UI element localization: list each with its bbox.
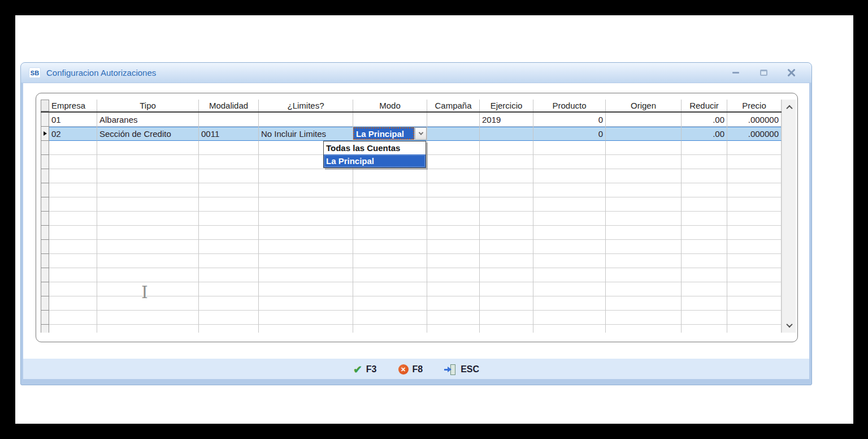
empty-cell[interactable] (97, 282, 199, 296)
empty-cell[interactable] (49, 197, 97, 212)
close-button[interactable] (787, 68, 796, 78)
empty-cell[interactable] (49, 212, 97, 226)
empty-cell[interactable] (480, 268, 533, 282)
empty-cell[interactable] (97, 155, 199, 169)
cell-empresa[interactable]: 02 (49, 127, 97, 141)
row-header-cell[interactable] (41, 296, 49, 311)
empty-cell[interactable] (259, 282, 353, 296)
empty-cell[interactable] (727, 212, 782, 226)
row-header-cell[interactable] (41, 155, 49, 169)
empty-cell[interactable] (353, 254, 427, 268)
empty-cell[interactable] (606, 197, 682, 212)
cell-tipo[interactable]: Sección de Credito (97, 127, 199, 141)
esc-exit-button[interactable]: ESC (444, 364, 479, 375)
empty-cell[interactable] (606, 169, 682, 183)
cell-precio[interactable]: .000000 (727, 113, 782, 127)
combobox-dropdown-button[interactable] (415, 127, 427, 140)
empty-row[interactable] (41, 254, 782, 268)
empty-cell[interactable] (533, 155, 606, 169)
empty-cell[interactable] (97, 141, 199, 155)
empty-cell[interactable] (606, 183, 682, 197)
empty-cell[interactable] (682, 197, 727, 212)
cell-limites[interactable] (259, 113, 353, 127)
empty-cell[interactable] (682, 155, 727, 169)
row-header-cell[interactable] (41, 226, 49, 240)
empty-cell[interactable] (480, 282, 533, 296)
empty-cell[interactable] (199, 325, 259, 333)
cell-origen[interactable] (606, 127, 682, 141)
empty-cell[interactable] (353, 226, 427, 240)
table-row-2[interactable]: 02Sección de Credito0011No Incluir Limit… (41, 127, 782, 141)
empty-cell[interactable] (682, 254, 727, 268)
empty-cell[interactable] (353, 169, 427, 183)
scroll-down-button[interactable] (782, 319, 796, 332)
empty-cell[interactable] (427, 212, 480, 226)
empty-cell[interactable] (480, 254, 533, 268)
empty-cell[interactable] (727, 325, 782, 333)
f3-accept-button[interactable]: ✔ F3 (353, 364, 377, 375)
empty-cell[interactable] (727, 183, 782, 197)
empty-row[interactable] (41, 197, 782, 212)
empty-cell[interactable] (682, 226, 727, 240)
empty-row[interactable] (41, 183, 782, 197)
combobox-value[interactable]: La Principal (353, 127, 414, 140)
empty-cell[interactable] (97, 325, 199, 333)
empty-cell[interactable] (199, 254, 259, 268)
empty-cell[interactable] (533, 311, 606, 325)
empty-cell[interactable] (533, 169, 606, 183)
empty-cell[interactable] (199, 169, 259, 183)
empty-cell[interactable] (97, 183, 199, 197)
empty-cell[interactable] (97, 240, 199, 254)
empty-row[interactable] (41, 282, 782, 296)
empty-cell[interactable] (727, 155, 782, 169)
empty-cell[interactable] (480, 169, 533, 183)
empty-cell[interactable] (682, 169, 727, 183)
empty-cell[interactable] (353, 311, 427, 325)
empty-cell[interactable] (533, 212, 606, 226)
empty-row[interactable] (41, 240, 782, 254)
empty-cell[interactable] (682, 311, 727, 325)
modo-combobox[interactable]: La Principal (353, 127, 427, 140)
empty-cell[interactable] (606, 325, 682, 333)
row-header-cell[interactable] (41, 325, 49, 333)
empty-cell[interactable] (49, 296, 97, 311)
empty-cell[interactable] (427, 325, 480, 333)
dropdown-option-todas-las-cuentas[interactable]: Todas las Cuentas (324, 141, 426, 154)
empty-cell[interactable] (259, 169, 353, 183)
empty-cell[interactable] (480, 197, 533, 212)
empty-cell[interactable] (606, 282, 682, 296)
empty-cell[interactable] (480, 141, 533, 155)
empty-cell[interactable] (480, 311, 533, 325)
row-header-cell[interactable] (41, 127, 49, 141)
empty-row[interactable] (41, 169, 782, 183)
empty-cell[interactable] (49, 240, 97, 254)
empty-cell[interactable] (606, 254, 682, 268)
cell-limites[interactable]: No Incluir Limites (259, 127, 353, 141)
row-header-cell[interactable] (41, 311, 49, 325)
cell-empresa[interactable]: 01 (49, 113, 97, 127)
empty-cell[interactable] (259, 212, 353, 226)
cell-modo[interactable] (353, 113, 427, 127)
empty-cell[interactable] (533, 325, 606, 333)
empty-cell[interactable] (480, 325, 533, 333)
empty-cell[interactable] (199, 197, 259, 212)
empty-cell[interactable] (480, 226, 533, 240)
empty-cell[interactable] (727, 296, 782, 311)
empty-cell[interactable] (480, 296, 533, 311)
cell-modalidad[interactable] (199, 113, 259, 127)
empty-row[interactable] (41, 212, 782, 226)
empty-row[interactable] (41, 296, 782, 311)
empty-cell[interactable] (727, 169, 782, 183)
empty-cell[interactable] (97, 212, 199, 226)
titlebar[interactable]: SB Configuracion Autorizaciones (21, 63, 811, 83)
empty-cell[interactable] (97, 197, 199, 212)
empty-cell[interactable] (682, 212, 727, 226)
row-header-cell[interactable] (41, 113, 49, 127)
empty-cell[interactable] (480, 155, 533, 169)
empty-cell[interactable] (97, 311, 199, 325)
empty-cell[interactable] (533, 296, 606, 311)
empty-row[interactable] (41, 325, 782, 333)
cell-producto[interactable]: 0 (533, 127, 606, 141)
empty-cell[interactable] (727, 311, 782, 325)
empty-cell[interactable] (259, 296, 353, 311)
